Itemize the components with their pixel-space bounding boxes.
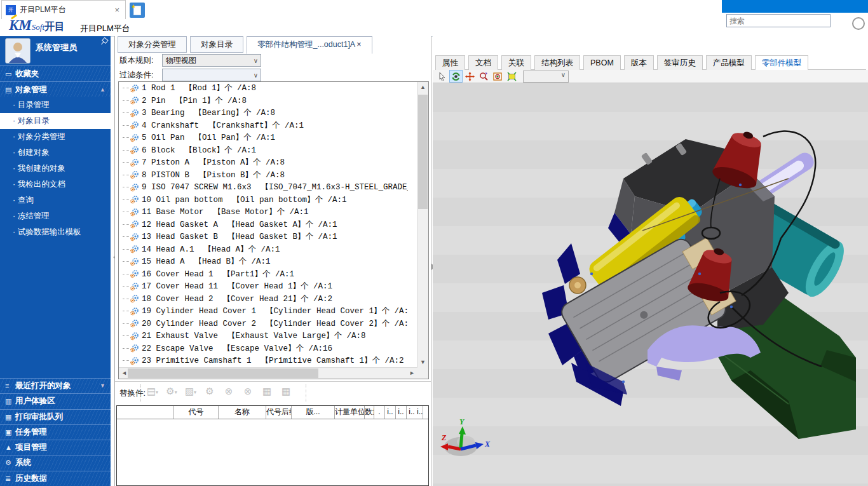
- sidebar-section[interactable]: ▦打印审批队列: [0, 409, 111, 424]
- sidebar-section[interactable]: ≣历史数据: [0, 471, 111, 486]
- tree-row[interactable]: 22 Escape Valve 【Escape Valve】个 /A:16: [119, 342, 408, 355]
- right-divider[interactable]: [431, 36, 431, 486]
- sidebar-section[interactable]: ▤对象管理▲: [0, 81, 111, 97]
- collapse-arrow-icon[interactable]: ▲: [100, 82, 105, 97]
- right-tab[interactable]: 产品模型: [706, 55, 752, 70]
- column-header[interactable]: 代号后缀: [266, 406, 292, 419]
- column-header[interactable]: .: [374, 406, 385, 419]
- column-header[interactable]: i..: [396, 406, 407, 419]
- scroll-down-icon[interactable]: ▼: [417, 357, 428, 368]
- sidebar-section[interactable]: ▥用户体验区: [0, 393, 111, 408]
- sidebar-section[interactable]: ⚙系统: [0, 455, 111, 470]
- apply-replacement-icon[interactable]: ⚙: [200, 386, 219, 397]
- view-mode-select[interactable]: ∨: [523, 71, 569, 83]
- column-header[interactable]: 名称: [219, 406, 266, 419]
- expand-arrow-icon[interactable]: ▼: [100, 379, 105, 393]
- scroll-thumb[interactable]: [418, 95, 428, 209]
- avatar[interactable]: [5, 38, 31, 64]
- sidebar-item[interactable]: 创建对象: [0, 145, 111, 161]
- tree-row[interactable]: 16 Cover Head 1 【Part1】个 /A:1: [119, 268, 408, 281]
- tree-row[interactable]: 13 Head Gasket B 【Head Gasket B】个 /A:1: [119, 231, 408, 243]
- horizontal-scrollbar[interactable]: ◄ ►: [119, 367, 417, 379]
- tree-row[interactable]: 21 Exhaust Valve 【Exhaust Valve Large】个 …: [119, 330, 408, 342]
- add-replacement-icon[interactable]: ▤▾: [143, 386, 162, 397]
- select-cursor-icon[interactable]: [435, 70, 449, 83]
- tab-close-icon[interactable]: ×: [356, 40, 361, 49]
- edit-replacement-icon[interactable]: ▨▾: [181, 386, 200, 397]
- version-rule-select[interactable]: 物理视图∨: [162, 54, 261, 67]
- right-tab[interactable]: 版本: [624, 55, 654, 70]
- sidebar-item[interactable]: 对象目录: [0, 113, 111, 129]
- tree-row[interactable]: 10 Oil pan bottom 【Oil pan bottom】个 /A:1: [119, 194, 408, 206]
- sidebar-section[interactable]: ≡最近打开的对象▼: [0, 378, 111, 393]
- tab-close-icon[interactable]: ×: [112, 5, 121, 15]
- scroll-right-icon[interactable]: ►: [407, 368, 417, 379]
- zoom-window-icon[interactable]: [491, 70, 505, 83]
- tree-row[interactable]: 17 Cover Head 11 【Cover Head 1】个 /A:1: [119, 280, 408, 293]
- tree-row[interactable]: 9 ISO 7047 SCREW M1.6x3 【ISO_7047_M1.6x3…: [119, 181, 408, 194]
- center-tab[interactable]: 零部件结构管理_...oduct1]A×: [247, 36, 372, 54]
- sidebar-item[interactable]: 我创建的对象: [0, 161, 111, 177]
- sidebar-section[interactable]: ▭收藏夹: [0, 65, 111, 81]
- column-header[interactable]: i..: [385, 406, 396, 419]
- tree-row[interactable]: 1 Rod 1 【Rod 1】个 /A:8: [119, 82, 408, 95]
- center-tab[interactable]: 对象分类管理: [118, 36, 187, 53]
- search-icon[interactable]: [852, 17, 865, 30]
- right-tab[interactable]: PBOM: [583, 55, 621, 70]
- tree-row[interactable]: 18 Cover Head 2 【Cover Head 21】个 /A:2: [119, 293, 408, 306]
- right-tab[interactable]: 结构列表: [534, 55, 580, 70]
- tree-row[interactable]: 15 Head A 【Head B】个 /A:1: [119, 255, 408, 268]
- column-header[interactable]: i..: [417, 406, 423, 419]
- tree-row[interactable]: 7 Piston A 【Piston A】个 /A:8: [119, 156, 408, 169]
- scroll-up-icon[interactable]: ▲: [417, 82, 428, 93]
- column-header[interactable]: [117, 406, 174, 419]
- tree-row[interactable]: 3 Bearing 【Bearing】个 /A:8: [119, 107, 408, 119]
- rotate-tool-icon[interactable]: [449, 70, 463, 83]
- remove-all-icon[interactable]: ⊗: [238, 386, 257, 397]
- browser-tab[interactable]: 开 开目PLM平台 ×: [1, 0, 126, 19]
- right-tab[interactable]: 签审历史: [657, 55, 703, 70]
- new-tab-button[interactable]: ★: [130, 3, 145, 18]
- tree-row[interactable]: 12 Head Gasket A 【Head Gasket A】个 /A:1: [119, 219, 408, 231]
- sidebar-item[interactable]: 查询: [0, 192, 111, 208]
- sidebar-item[interactable]: 目录管理: [0, 97, 111, 113]
- tree-row[interactable]: 6 Block 【Block】个 /A:1: [119, 144, 408, 157]
- tree-row[interactable]: 5 Oil Pan 【Oil Pan】个 /A:1: [119, 132, 408, 144]
- pan-tool-icon[interactable]: [463, 70, 477, 83]
- tree-row[interactable]: 4 Crankshaft 【Crankshaft】个 /A:1: [119, 119, 408, 132]
- scroll-thumb[interactable]: [128, 368, 318, 378]
- column-header[interactable]: 计量单位: [335, 406, 365, 419]
- right-tab[interactable]: 属性: [435, 55, 465, 70]
- right-tab[interactable]: 关联: [501, 55, 531, 70]
- paste-icon[interactable]: ▦: [276, 386, 295, 397]
- pin-icon[interactable]: [98, 36, 108, 46]
- vertical-scrollbar[interactable]: ▲ ▼: [417, 82, 428, 368]
- sidebar-item[interactable]: 对象分类管理: [0, 129, 111, 145]
- sidebar-item[interactable]: 试验数据输出模板: [0, 224, 111, 240]
- sidebar-section[interactable]: ▣任务管理: [0, 424, 111, 440]
- tree-row[interactable]: 20 Cylinder Head Cover 2 【Cylinder Head …: [119, 318, 408, 330]
- zoom-tool-icon[interactable]: [477, 70, 491, 83]
- tree-row[interactable]: 23 Primitive Camshaft 1 【Primitive Camsh…: [119, 354, 408, 367]
- remove-icon[interactable]: ⊗: [219, 386, 238, 397]
- sidebar-item[interactable]: 我检出的文档: [0, 177, 111, 192]
- filter-select[interactable]: ∨: [162, 69, 261, 81]
- replace-settings-icon[interactable]: ⚙▾: [162, 386, 181, 397]
- column-header[interactable]: 代号: [174, 406, 219, 419]
- engine-3d-model[interactable]: Z Y X: [433, 83, 868, 486]
- sidebar-item[interactable]: 冻结管理: [0, 208, 111, 224]
- tree-row[interactable]: 8 PISTON B 【Piston B】个 /A:8: [119, 169, 408, 182]
- column-header[interactable]: i..: [407, 406, 417, 419]
- search-input[interactable]: [726, 14, 831, 27]
- tree-row[interactable]: 19 Cylinder Head Cover 1 【Cylinder Head …: [119, 305, 408, 318]
- tree-row[interactable]: 11 Base Motor 【Base Motor】个 /A:1: [119, 206, 408, 219]
- 3d-viewport[interactable]: Z Y X: [433, 83, 868, 486]
- tree-row[interactable]: 14 Head A.1 【Head A】个 /A:1: [119, 243, 408, 256]
- tree-row[interactable]: 2 Pin 【Pin 1】个 /A:8: [119, 95, 408, 107]
- right-tab[interactable]: 文档: [468, 55, 498, 70]
- center-tab[interactable]: 对象目录: [190, 36, 243, 53]
- sidebar-section[interactable]: ▲项目管理: [0, 440, 111, 455]
- zoom-fit-icon[interactable]: [505, 70, 519, 83]
- copy-icon[interactable]: ▦: [257, 386, 276, 397]
- right-tab[interactable]: 零部件模型: [755, 55, 809, 71]
